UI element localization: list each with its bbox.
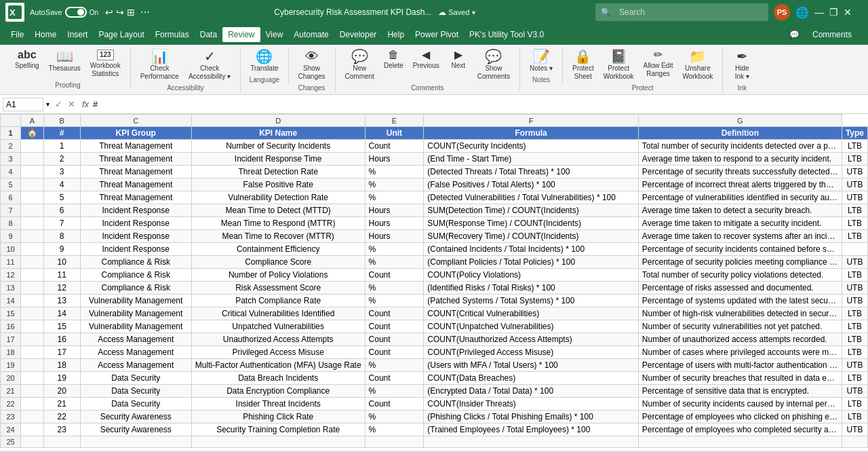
cell-r16-c6[interactable]: Number of security vulnerabilities not y…: [638, 320, 842, 333]
cell-r23-c4[interactable]: %: [365, 411, 424, 423]
close-btn[interactable]: ✕: [844, 7, 852, 18]
cell-r3-c0[interactable]: [21, 153, 44, 166]
cell-r7-c4[interactable]: Hours: [365, 204, 424, 217]
cell-r19-c0[interactable]: [21, 359, 44, 372]
cell-r9-c4[interactable]: Hours: [365, 230, 424, 243]
cell-r23-c6[interactable]: Percentage of employees who clicked on p…: [638, 411, 842, 423]
header-cell-1[interactable]: #: [43, 127, 80, 140]
show-changes-btn[interactable]: 👁 Show Changes: [294, 48, 330, 83]
cell-r11-c5[interactable]: (Compliant Policies / Total Policies) * …: [424, 256, 639, 269]
cell-r6-c2[interactable]: Threat Management: [80, 191, 191, 204]
cell-r5-c1[interactable]: 4: [43, 178, 80, 191]
cell-r2-c4[interactable]: Count: [365, 140, 424, 153]
cell-r9-c6[interactable]: Average time taken to recover systems af…: [638, 230, 842, 243]
redo-icon[interactable]: ↪: [116, 7, 124, 18]
hide-ink-btn[interactable]: ✒ Hide Ink ▾: [728, 48, 755, 83]
cell-r18-c4[interactable]: Count: [365, 346, 424, 359]
cell-r21-c6[interactable]: Percentage of sensitive data that is enc…: [638, 385, 842, 398]
cell-r19-c7[interactable]: UTB: [842, 359, 867, 372]
cell-r2-c3[interactable]: Number of Security Incidents: [191, 140, 365, 153]
cell-r9-c3[interactable]: Mean Time to Recover (MTTR): [191, 230, 365, 243]
header-cell-6[interactable]: Definition: [638, 127, 842, 140]
cell-r12-c5[interactable]: COUNT(Policy Violations): [424, 269, 639, 282]
cell-r20-c7[interactable]: LTB: [842, 372, 867, 385]
protect-workbook-btn[interactable]: 📓 Protect Workbook: [599, 48, 638, 83]
expand-ref-icon[interactable]: ▾: [46, 100, 50, 108]
header-cell-7[interactable]: Type: [842, 127, 867, 140]
cell-r12-c2[interactable]: Compliance & Risk: [80, 269, 191, 282]
cell-r16-c4[interactable]: Count: [365, 320, 424, 333]
cell-r7-c7[interactable]: LTB: [842, 204, 867, 217]
menu-formulas[interactable]: Formulas: [150, 27, 195, 42]
cell-r5-c0[interactable]: [21, 178, 44, 191]
cell-r8-c5[interactable]: SUM(Response Time) / COUNT(Incidents): [424, 217, 639, 230]
protect-sheet-btn[interactable]: 🔒 Protect Sheet: [568, 48, 598, 83]
unshare-workbook-btn[interactable]: 📁 Unshare Workbook: [678, 48, 717, 83]
cell-reference-input[interactable]: [3, 98, 43, 111]
cell-r24-c0[interactable]: [21, 423, 44, 436]
cell-r11-c2[interactable]: Compliance & Risk: [80, 256, 191, 269]
cell-r19-c6[interactable]: Percentage of users with multi-factor au…: [638, 359, 842, 372]
cell-r14-c4[interactable]: %: [365, 295, 424, 307]
cell-r17-c6[interactable]: Number of unauthorized access attempts r…: [638, 333, 842, 346]
cell-r25-c7[interactable]: [842, 436, 867, 448]
menu-review[interactable]: Review: [222, 27, 260, 42]
cell-r17-c5[interactable]: COUNT(Unauthorized Access Attempts): [424, 333, 639, 346]
cell-r4-c0[interactable]: [21, 166, 44, 178]
menu-power-pivot[interactable]: Power Pivot: [410, 27, 464, 42]
cell-r18-c2[interactable]: Access Management: [80, 346, 191, 359]
cell-r21-c3[interactable]: Data Encryption Compliance: [191, 385, 365, 398]
cell-r10-c2[interactable]: Incident Response: [80, 243, 191, 256]
cell-r7-c5[interactable]: SUM(Detection Time) / COUNT(Incidents): [424, 204, 639, 217]
cell-r25-c5[interactable]: [424, 436, 639, 448]
cell-r2-c7[interactable]: LTB: [842, 140, 867, 153]
cell-r10-c7[interactable]: [842, 243, 867, 256]
header-cell-3[interactable]: KPI Name: [191, 127, 365, 140]
cell-r13-c7[interactable]: UTB: [842, 282, 867, 295]
cell-r3-c1[interactable]: 2: [43, 153, 80, 166]
cell-r20-c4[interactable]: Count: [365, 372, 424, 385]
cell-r3-c3[interactable]: Incident Response Time: [191, 153, 365, 166]
cell-r17-c7[interactable]: LTB: [842, 333, 867, 346]
cell-r6-c1[interactable]: 5: [43, 191, 80, 204]
cell-r18-c7[interactable]: LTB: [842, 346, 867, 359]
home-icon-cell[interactable]: 🏠: [21, 127, 44, 140]
cell-r10-c3[interactable]: Containment Efficiency: [191, 243, 365, 256]
autosave-toggle[interactable]: AutoSave On: [30, 7, 98, 18]
translate-btn[interactable]: 🌐 Translate: [246, 48, 282, 75]
cell-r21-c5[interactable]: (Encrypted Data / Total Data) * 100: [424, 385, 639, 398]
cell-r15-c5[interactable]: COUNT(Critical Vulnerabilities): [424, 307, 639, 320]
cell-r14-c1[interactable]: 13: [43, 295, 80, 307]
cell-r18-c0[interactable]: [21, 346, 44, 359]
cell-r9-c0[interactable]: [21, 230, 44, 243]
cell-r5-c7[interactable]: UTB: [842, 178, 867, 191]
col-header-e[interactable]: E: [365, 115, 424, 127]
col-header-b[interactable]: B: [43, 115, 80, 127]
cell-r12-c0[interactable]: [21, 269, 44, 282]
cell-r11-c1[interactable]: 10: [43, 256, 80, 269]
show-comments-btn[interactable]: 💬 Show Comments: [473, 48, 514, 83]
menu-pk-utility[interactable]: PK's Utility Tool V3.0: [464, 27, 549, 42]
cell-r19-c3[interactable]: Multi-Factor Authentication (MFA) Usage …: [191, 359, 365, 372]
menu-view[interactable]: View: [260, 27, 289, 42]
cell-r8-c7[interactable]: LTB: [842, 217, 867, 230]
cell-r3-c6[interactable]: Average time taken to respond to a secur…: [638, 153, 842, 166]
cell-r17-c3[interactable]: Unauthorized Access Attempts: [191, 333, 365, 346]
cell-r6-c5[interactable]: (Detected Vulnerabilities / Total Vulner…: [424, 191, 639, 204]
cell-r9-c5[interactable]: SUM(Recovery Time) / COUNT(Incidents): [424, 230, 639, 243]
cell-r22-c3[interactable]: Insider Threat Incidents: [191, 398, 365, 411]
cell-r9-c1[interactable]: 8: [43, 230, 80, 243]
cell-r22-c7[interactable]: LTB: [842, 398, 867, 411]
cell-r5-c3[interactable]: False Positive Rate: [191, 178, 365, 191]
search-input[interactable]: [614, 5, 763, 19]
cell-r12-c3[interactable]: Number of Policy Violations: [191, 269, 365, 282]
cell-r10-c0[interactable]: [21, 243, 44, 256]
minimize-btn[interactable]: —: [814, 7, 824, 18]
dropdown-icon[interactable]: ▾: [472, 9, 475, 16]
cell-r18-c1[interactable]: 17: [43, 346, 80, 359]
cell-r15-c2[interactable]: Vulnerability Management: [80, 307, 191, 320]
cell-r14-c2[interactable]: Vulnerability Management: [80, 295, 191, 307]
cell-r7-c6[interactable]: Average time taken to detect a security …: [638, 204, 842, 217]
cell-r13-c6[interactable]: Percentage of risks assessed and documen…: [638, 282, 842, 295]
cell-r11-c4[interactable]: %: [365, 256, 424, 269]
